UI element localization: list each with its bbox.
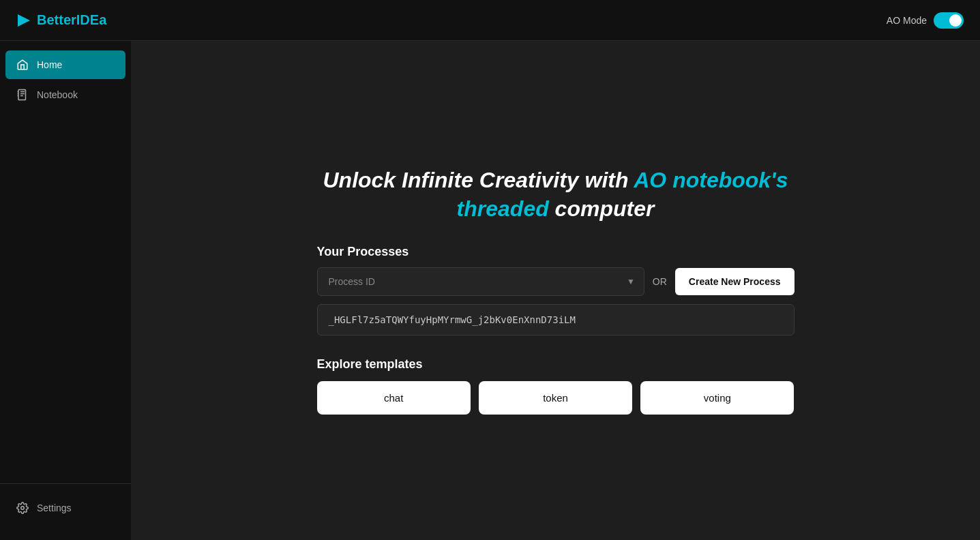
logo-text: BetterIDEa xyxy=(37,12,106,28)
process-select-wrapper: Process ID ▼ xyxy=(317,267,644,296)
logo-icon xyxy=(16,13,31,28)
logo: BetterIDEa xyxy=(16,12,106,28)
processes-section: Your Processes Process ID ▼ OR Create Ne… xyxy=(317,245,795,335)
sidebar: Home Notebook xyxy=(0,41,131,540)
svg-point-2 xyxy=(21,507,25,510)
templates-grid: chat token voting xyxy=(317,381,795,415)
hero-suffix: computer xyxy=(549,196,655,221)
template-voting-button[interactable]: voting xyxy=(640,381,794,415)
template-token-button[interactable]: token xyxy=(479,381,632,415)
sidebar-item-notebook-label: Notebook xyxy=(37,89,78,100)
process-id-select[interactable]: Process ID xyxy=(317,267,644,296)
ao-mode-container: AO Mode xyxy=(887,12,964,29)
ao-mode-label: AO Mode xyxy=(887,15,927,26)
sidebar-item-settings[interactable]: Settings xyxy=(5,494,125,522)
process-id-display: _HGLFl7z5aTQWYfuyHpMYrmwG_j2bKv0EnXnnD73… xyxy=(317,304,795,335)
hero-title: Unlock Infinite Creativity with AO noteb… xyxy=(317,166,795,223)
hero-threaded: threaded xyxy=(457,196,549,221)
create-new-process-button[interactable]: Create New Process xyxy=(675,268,795,295)
header: BetterIDEa AO Mode xyxy=(0,0,980,41)
sidebar-item-settings-label: Settings xyxy=(37,502,72,513)
template-chat-button[interactable]: chat xyxy=(317,381,471,415)
sidebar-nav: Home Notebook xyxy=(0,49,131,483)
processes-title: Your Processes xyxy=(317,245,795,259)
templates-section: Explore templates chat token voting xyxy=(317,357,795,415)
process-row: Process ID ▼ OR Create New Process xyxy=(317,267,795,296)
hero-text1: notebook's xyxy=(666,168,788,192)
sidebar-bottom: Settings xyxy=(0,483,131,532)
notebook-icon xyxy=(16,89,29,101)
main-layout: Home Notebook xyxy=(0,41,980,540)
or-label: OR xyxy=(653,276,667,287)
hero-prefix: Unlock Infinite Creativity with xyxy=(323,168,634,192)
content-center: Unlock Infinite Creativity with AO noteb… xyxy=(317,166,795,415)
templates-title: Explore templates xyxy=(317,357,795,372)
ao-mode-toggle[interactable] xyxy=(934,12,964,29)
sidebar-item-home[interactable]: Home xyxy=(5,50,125,79)
settings-icon xyxy=(16,502,29,514)
sidebar-item-home-label: Home xyxy=(37,59,62,70)
svg-marker-0 xyxy=(18,14,30,27)
sidebar-item-notebook[interactable]: Notebook xyxy=(5,80,125,109)
hero-ao: AO xyxy=(634,168,666,192)
home-icon xyxy=(16,59,29,71)
main-content: Unlock Infinite Creativity with AO noteb… xyxy=(131,41,980,540)
